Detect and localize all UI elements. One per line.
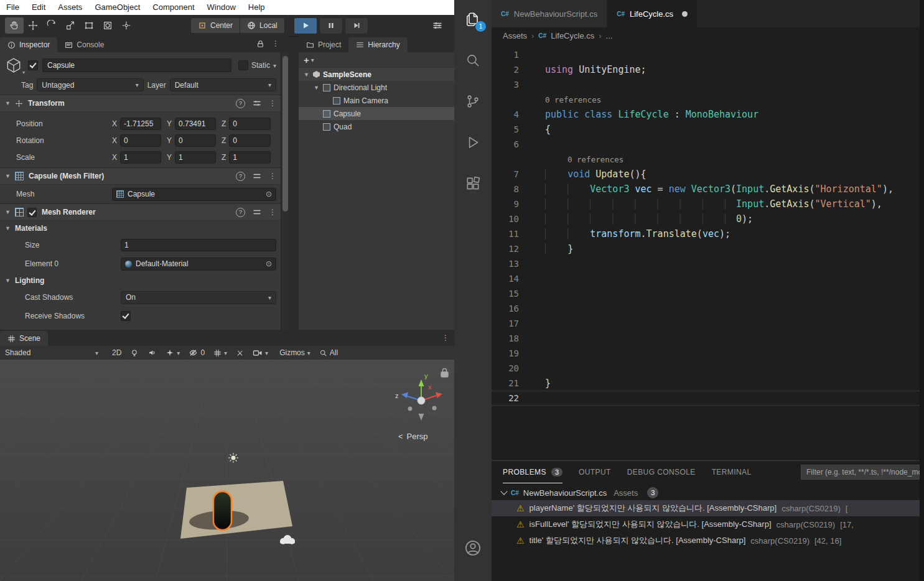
material-object-field[interactable]: Default-Material ⊙	[121, 258, 276, 271]
panel-tab-debug-console[interactable]: DEBUG CONSOLE	[627, 461, 696, 483]
panel-tab-terminal[interactable]: TERMINAL	[712, 461, 752, 483]
space-toggle-button[interactable]: Local	[240, 17, 285, 34]
code-line[interactable]: 6	[492, 137, 920, 152]
quad-mesh[interactable]	[180, 481, 292, 539]
code-line[interactable]: 11 transform.Translate(vec);	[492, 226, 920, 241]
scene-lighting-toggle[interactable]	[130, 348, 139, 358]
problem-item[interactable]: ⚠isFullLevel' 할당되었지만 사용되지 않았습니다. [Assemb…	[492, 516, 924, 532]
code-line[interactable]: 10 0);	[492, 211, 920, 226]
code-line[interactable]: 14	[492, 271, 920, 286]
inspector-scrollbar[interactable]	[281, 52, 289, 330]
code-line[interactable]: 3	[492, 77, 920, 92]
problem-item[interactable]: ⚠title' 할당되었지만 사용되지 않았습니다. [Assembly-CSh…	[492, 532, 924, 549]
code-line[interactable]: 21}	[492, 376, 920, 391]
code-line[interactable]: 19	[492, 346, 920, 361]
kebab-icon[interactable]: ⋮	[272, 39, 279, 48]
foldout-icon[interactable]: ▼	[5, 209, 11, 215]
scrollbar-thumb[interactable]	[282, 56, 288, 211]
cast-shadows-dropdown[interactable]: On▾	[121, 291, 276, 304]
code-line[interactable]: 7 void Update(){	[492, 167, 920, 182]
menu-item-file[interactable]: File	[0, 0, 26, 15]
add-dropdown-icon[interactable]: ▾	[311, 57, 314, 63]
tab-scene[interactable]: Scene	[0, 331, 48, 346]
lighting-foldout[interactable]: ▼ Lighting	[0, 273, 281, 288]
explorer-activity-button[interactable]: 1	[454, 5, 492, 34]
add-object-button[interactable]: +	[304, 55, 309, 65]
code-line[interactable]: 5{	[492, 122, 920, 137]
code-line[interactable]: 2using UnityEngine;	[492, 62, 920, 77]
vector-field[interactable]: 1	[229, 151, 271, 164]
code-line[interactable]: 9 Input.GetAxis("Vertical"),	[492, 197, 920, 211]
transform-header[interactable]: ▼ Transform ?⋮	[0, 95, 281, 112]
menu-item-component[interactable]: Component	[146, 0, 200, 15]
shading-mode-dropdown[interactable]: Shaded ▾	[0, 348, 103, 357]
chevron-down-icon[interactable]	[500, 488, 507, 495]
hierarchy-item-main-camera[interactable]: Main Camera	[299, 94, 454, 107]
capsule-object[interactable]	[213, 491, 231, 530]
scene-search-field[interactable]: All	[319, 348, 338, 357]
pivot-toggle-button[interactable]: Center	[190, 17, 240, 34]
gameobject-cube-icon[interactable]: ▾	[5, 57, 24, 74]
editor-scrollbar[interactable]	[920, 0, 924, 581]
vector-field[interactable]: 0	[120, 134, 161, 147]
static-checkbox[interactable]	[238, 60, 248, 70]
code-line[interactable]: 15	[492, 286, 920, 301]
breadcrumb-item-more[interactable]: ...	[606, 31, 613, 40]
hierarchy-item-samplescene[interactable]: ▼SampleScene	[299, 68, 454, 81]
code-line[interactable]: 22	[492, 391, 920, 406]
tab-newbehaviourscript[interactable]: C# NewBehaviourScript.cs	[492, 0, 607, 27]
modified-dot-icon[interactable]	[682, 11, 688, 17]
lock-icon[interactable]	[256, 40, 264, 48]
static-dropdown-icon[interactable]: ▾	[273, 62, 276, 69]
code-line[interactable]: 16	[492, 301, 920, 316]
vector-field[interactable]: 1	[120, 151, 161, 164]
component-enabled-checkbox[interactable]	[27, 208, 37, 217]
tab-hierarchy[interactable]: Hierarchy	[348, 37, 407, 52]
panel-tab-output[interactable]: OUTPUT	[579, 461, 611, 483]
kebab-icon[interactable]: ⋮	[269, 172, 276, 180]
run-debug-activity-button[interactable]	[454, 128, 492, 157]
hierarchy-item-capsule[interactable]: Capsule	[299, 107, 454, 120]
gizmo-z-label[interactable]: z	[395, 392, 399, 399]
mesh-renderer-header[interactable]: ▼ Mesh Renderer ?⋮	[0, 203, 281, 221]
problem-item[interactable]: ⚠playerName' 할당되었지만 사용되지 않았습니다. [Assembl…	[492, 500, 924, 516]
panel-tab-problems[interactable]: PROBLEMS3	[503, 461, 562, 483]
rotate-tool-button[interactable]	[42, 17, 61, 34]
menu-item-gameobject[interactable]: GameObject	[88, 0, 146, 15]
scene-audio-toggle[interactable]	[147, 348, 157, 357]
directional-light-gizmo[interactable]	[228, 453, 238, 463]
search-activity-button[interactable]	[454, 46, 492, 75]
problems-file-group[interactable]: C# NewBehaviourScript.cs Assets 3	[492, 485, 924, 500]
code-line[interactable]: 13	[492, 256, 920, 271]
code-line[interactable]: 1	[492, 47, 920, 62]
code-line[interactable]: 20	[492, 361, 920, 376]
vector-field[interactable]: 0	[175, 134, 216, 147]
transform-tool-button[interactable]	[98, 17, 117, 34]
step-button[interactable]	[345, 17, 368, 34]
tab-lifecycle[interactable]: C# LifeCycle.cs	[607, 0, 698, 27]
orientation-gizmo[interactable]: x y z	[395, 372, 442, 421]
hierarchy-item-quad[interactable]: Quad	[299, 120, 454, 133]
foldout-icon[interactable]: ▼	[314, 85, 320, 91]
foldout-icon[interactable]: ▼	[304, 72, 310, 78]
tab-project[interactable]: Project	[299, 37, 348, 52]
vector-field[interactable]: 0	[229, 118, 271, 130]
kebab-icon[interactable]: ⋮	[269, 99, 276, 108]
help-icon[interactable]: ?	[236, 208, 245, 217]
code-editor[interactable]: 12using UnityEngine;30 references4public…	[492, 44, 920, 461]
vector-field[interactable]: 1	[175, 151, 216, 164]
extensions-activity-button[interactable]	[454, 169, 492, 198]
menu-item-help[interactable]: Help	[242, 0, 271, 15]
scene-tools-button[interactable]	[236, 349, 244, 357]
object-picker-icon[interactable]: ⊙	[266, 190, 272, 198]
hand-tool-button[interactable]	[5, 17, 24, 34]
toolbar-settings[interactable]	[432, 20, 443, 31]
preset-icon[interactable]	[253, 100, 261, 106]
code-line[interactable]: 17	[492, 316, 920, 331]
preset-icon[interactable]	[253, 209, 261, 215]
perspective-label[interactable]: < Persp	[398, 432, 428, 441]
code-line[interactable]: 8 Vector3 vec = new Vector3(Input.GetAxi…	[492, 182, 920, 197]
scale-tool-button[interactable]	[61, 17, 80, 34]
preset-icon[interactable]	[253, 173, 261, 179]
breadcrumb-item-file[interactable]: LifeCycle.cs	[551, 31, 594, 40]
